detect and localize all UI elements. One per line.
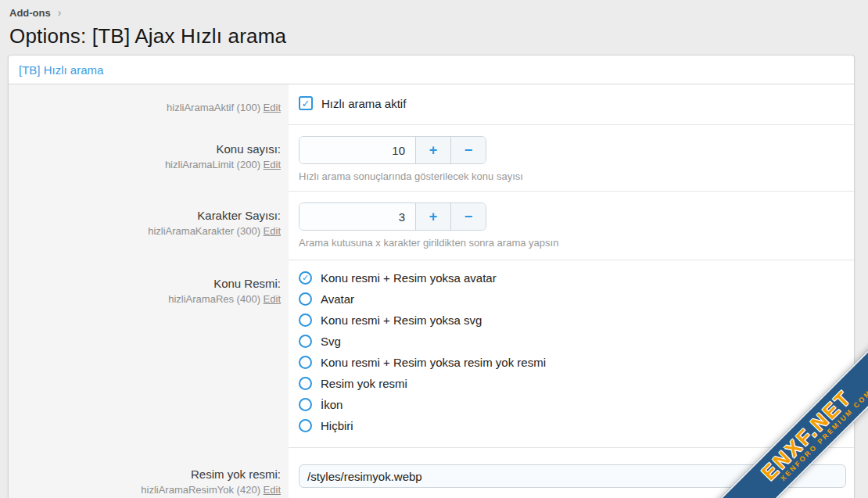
option-label-cell: Resim yok resmi: hizliAramaResimYok (420… <box>9 448 289 498</box>
option-control-cell: + − Arama kutusuna x karakter girildikte… <box>289 192 854 260</box>
topic-count-input[interactable] <box>299 137 415 163</box>
option-label-cell: Konu sayısı: hizliAramaLimit (200) Edit <box>9 125 289 192</box>
option-control-cell: ✓ Hızlı arama aktif <box>289 84 854 125</box>
increment-button[interactable]: + <box>415 137 450 163</box>
option-row-hizliAramaRes: Konu Resmi: hizliAramaRes (400) Edit ✓ K… <box>9 260 854 448</box>
options-panel: [TB] Hızlı arama hizliAramaAktif (100) E… <box>8 55 855 498</box>
option-row-hizliAramaResimYok: Resim yok resmi: hizliAramaResimYok (420… <box>9 448 854 498</box>
option-id: hizliAramaLimit (200) <box>165 159 260 170</box>
radio-icon: ✓ <box>299 335 312 348</box>
radio-option-noimage[interactable]: ✓ Resim yok resmi <box>299 376 854 391</box>
option-label-cell: Konu Resmi: hizliAramaRes (400) Edit <box>9 260 289 448</box>
option-meta: hizliAramaLimit (200) Edit <box>9 158 281 171</box>
topic-count-stepper: + − <box>299 136 486 164</box>
radio-label: Konu resmi + Resim yoksa resim yok resmi <box>321 356 546 369</box>
radio-label: Konu resmi + Resim yoksa avatar <box>321 271 497 285</box>
check-icon: ✓ <box>302 99 310 109</box>
radio-option-topic-image-noimage[interactable]: ✓ Konu resmi + Resim yoksa resim yok res… <box>299 355 854 370</box>
increment-button[interactable]: + <box>415 203 450 230</box>
option-hint: Arama kutusuna x karakter girildikten so… <box>299 237 854 249</box>
option-hint: Hızlı arama sonuçlarında gösterilecek ko… <box>299 170 854 182</box>
radio-icon: ✓ <box>299 313 312 327</box>
option-title: Konu sayısı: <box>9 142 281 156</box>
radio-icon: ✓ <box>299 419 312 432</box>
option-title: Resim yok resmi: <box>9 467 281 482</box>
quick-search-active-checkbox[interactable]: ✓ Hızlı arama aktif <box>299 96 854 110</box>
option-control-cell: + − Hızlı arama sonuçlarında gösterilece… <box>289 125 854 192</box>
radio-option-svg[interactable]: ✓ Svg <box>299 334 854 349</box>
checkbox-label: Hızlı arama aktif <box>321 97 406 110</box>
radio-icon: ✓ <box>299 398 312 411</box>
decrement-button[interactable]: − <box>450 137 486 163</box>
option-label-cell: Karakter Sayısı: hizliAramaKarakter (300… <box>9 192 289 260</box>
checkbox-icon: ✓ <box>299 96 313 110</box>
chevron-right-icon: › <box>58 6 62 19</box>
option-meta: hizliAramaResimYok (420) Edit <box>9 483 281 496</box>
noimage-path-input[interactable] <box>299 464 846 488</box>
radio-option-topic-image-avatar[interactable]: ✓ Konu resmi + Resim yoksa avatar <box>299 270 854 285</box>
radio-icon: ✓ <box>299 292 312 306</box>
edit-link[interactable]: Edit <box>264 293 281 305</box>
option-control-cell <box>289 448 854 498</box>
option-id: hizliAramaRes (400) <box>168 293 260 305</box>
option-group-header[interactable]: [TB] Hızlı arama <box>9 56 854 84</box>
edit-link[interactable]: Edit <box>264 484 281 496</box>
radio-label: Avatar <box>321 292 354 306</box>
option-row-hizliAramaLimit: Konu sayısı: hizliAramaLimit (200) Edit … <box>9 125 854 192</box>
radio-option-none[interactable]: ✓ Hiçbiri <box>299 418 854 433</box>
option-title: Konu Resmi: <box>9 276 281 291</box>
option-id: hizliAramaKarakter (300) <box>148 225 260 237</box>
option-title: Karakter Sayısı: <box>9 208 281 223</box>
option-control-cell: ✓ Konu resmi + Resim yoksa avatar ✓ Avat… <box>289 260 854 448</box>
page-title: Options: [TB] Ajax Hızlı arama <box>9 23 868 49</box>
options-form: hizliAramaAktif (100) Edit ✓ Hızlı arama… <box>9 84 854 498</box>
radio-label: Hiçbiri <box>321 419 353 432</box>
decrement-button[interactable]: − <box>450 203 486 230</box>
radio-option-topic-image-svg[interactable]: ✓ Konu resmi + Resim yoksa svg <box>299 313 854 328</box>
option-row-hizliAramaAktif: hizliAramaAktif (100) Edit ✓ Hızlı arama… <box>9 84 854 125</box>
radio-label: Konu resmi + Resim yoksa svg <box>321 313 482 327</box>
edit-link[interactable]: Edit <box>264 225 281 237</box>
edit-link[interactable]: Edit <box>264 102 281 113</box>
radio-label: Resim yok resmi <box>321 377 407 390</box>
radio-option-icon[interactable]: ✓ İkon <box>299 397 854 412</box>
radio-label: Svg <box>321 335 341 348</box>
edit-link[interactable]: Edit <box>264 159 281 170</box>
char-count-stepper: + − <box>299 202 486 231</box>
radio-icon: ✓ <box>299 377 312 390</box>
radio-label: İkon <box>321 398 343 411</box>
option-meta: hizliAramaKarakter (300) Edit <box>9 224 281 238</box>
option-meta: hizliAramaRes (400) Edit <box>9 292 281 306</box>
radio-checked-icon: ✓ <box>299 271 312 285</box>
radio-option-avatar[interactable]: ✓ Avatar <box>299 292 854 306</box>
option-id: hizliAramaAktif (100) <box>167 102 260 113</box>
option-row-hizliAramaKarakter: Karakter Sayısı: hizliAramaKarakter (300… <box>9 192 854 260</box>
option-meta: hizliAramaAktif (100) Edit <box>9 101 281 114</box>
breadcrumb: Add-ons › <box>0 0 868 20</box>
option-id: hizliAramaResimYok (420) <box>141 484 260 496</box>
option-label-cell: hizliAramaAktif (100) Edit <box>9 84 289 125</box>
char-count-input[interactable] <box>299 203 415 230</box>
breadcrumb-addons-link[interactable]: Add-ons <box>9 7 51 19</box>
radio-icon: ✓ <box>299 356 312 369</box>
